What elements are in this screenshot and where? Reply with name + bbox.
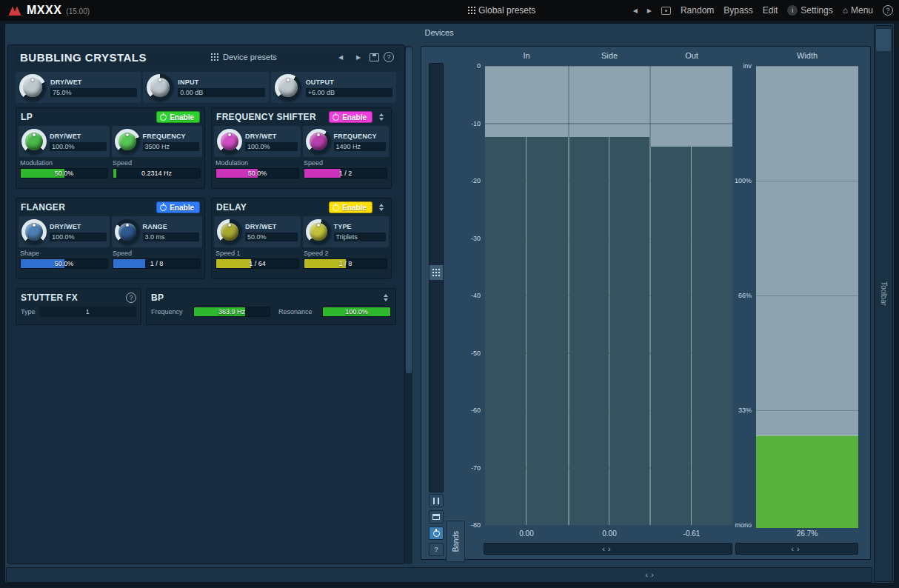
modulation-slider[interactable]: 50.0% <box>20 168 108 178</box>
module-help-button[interactable]: ? <box>126 293 136 303</box>
width-tick: inv <box>716 62 752 70</box>
dry-wet-knob[interactable] <box>217 219 242 244</box>
module-spinner[interactable] <box>376 201 387 213</box>
grid-icon <box>211 53 218 61</box>
meter-panel: In Side Out Width 0 -10 -20 -30 -40 -50 … <box>421 46 871 560</box>
random-button[interactable]: Random <box>681 5 714 16</box>
power-icon <box>433 530 440 537</box>
speed-slider[interactable]: 0.2314 Hz <box>113 168 201 178</box>
resonance-slider[interactable]: 100.0% <box>322 307 391 317</box>
knob-cell: FREQUENCY3500 Hz <box>112 126 203 157</box>
width-tick: mono <box>716 521 752 529</box>
level-meter-graph[interactable] <box>485 66 732 525</box>
width-tick: 33% <box>716 407 752 414</box>
width-tick: 66% <box>716 292 752 299</box>
modulation-slider[interactable]: 50.0% <box>215 168 299 178</box>
speed1-slider[interactable]: 1 / 64 <box>215 258 299 269</box>
knob-cell: RANGE3.0 ms <box>112 216 203 247</box>
module-title: FREQUENCY SHIFTER <box>216 112 325 122</box>
type-knob[interactable] <box>306 219 331 244</box>
db-tick: -40 <box>450 292 481 299</box>
toolbar-label: Toolbar <box>880 281 888 306</box>
meter-help-button[interactable]: ? <box>429 543 444 556</box>
device-panel-scrollbar[interactable] <box>405 46 412 564</box>
master-controls: DRY/WET 75.0% INPUT 0.00 dB OUTPUT +6.00… <box>16 72 396 103</box>
mxxx-window: MXXX (15.00) Global presets ◀ ▶ Random B… <box>0 0 899 588</box>
knob-cell: DRY/WET100.0% <box>19 126 110 157</box>
dry-wet-knob[interactable] <box>217 129 242 154</box>
global-presets-button[interactable]: Global presets <box>468 0 535 21</box>
speed-slider[interactable]: 1 / 2 <box>304 168 387 178</box>
speed-slider[interactable]: 1 / 8 <box>113 258 201 269</box>
toolbar-panel-collapsed[interactable]: Toolbar <box>874 25 893 582</box>
frequency-knob[interactable] <box>306 129 331 154</box>
prev-preset-button[interactable]: ◀ <box>633 7 638 14</box>
tab-bands[interactable]: Bands <box>446 521 465 562</box>
devices-tab[interactable]: Devices <box>424 28 453 37</box>
enable-button[interactable]: Enable <box>329 111 372 123</box>
toolbar-scrollbar-thumb[interactable] <box>876 29 891 51</box>
bypass-button[interactable]: Bypass <box>723 5 752 16</box>
module-spinner[interactable] <box>381 292 391 304</box>
next-device-preset-button[interactable]: ▶ <box>352 51 365 63</box>
dry-wet-knob[interactable] <box>21 129 47 154</box>
module-title: BP <box>151 293 377 303</box>
module-title: LP <box>21 112 153 122</box>
device-help-button[interactable]: ? <box>384 52 394 62</box>
randomize-seed-icon[interactable] <box>661 7 671 15</box>
module-spinner[interactable] <box>376 111 387 123</box>
collapsed-meter-button[interactable] <box>429 264 444 281</box>
db-tick: -10 <box>450 120 481 127</box>
module-delay: DELAY Enable DRY/WET50.0% TYPETriplets S… <box>211 198 392 279</box>
meter-scrollbar-right[interactable]: ‹› <box>735 543 858 555</box>
meter-bar-side-r <box>609 137 649 525</box>
scrollbar-arrows[interactable]: ‹› <box>638 570 664 579</box>
frequency-slider[interactable]: 363.9 Hz <box>193 307 270 317</box>
power-button[interactable] <box>429 527 444 540</box>
device-presets-button[interactable]: Device presets <box>223 53 277 61</box>
save-preset-icon[interactable] <box>370 53 379 61</box>
knob-cell: TYPETriplets <box>303 216 390 247</box>
next-preset-button[interactable]: ▶ <box>647 7 652 14</box>
meter-bar-out-l <box>651 147 691 525</box>
db-tick: -20 <box>450 177 481 184</box>
scrollbar-thumb[interactable] <box>406 47 412 373</box>
db-tick: -70 <box>450 464 481 472</box>
output-knob[interactable] <box>275 74 301 101</box>
type-value[interactable]: 1 <box>39 307 136 317</box>
input-knob[interactable] <box>147 74 173 101</box>
range-knob[interactable] <box>115 219 140 244</box>
dry-wet-knob[interactable] <box>21 219 47 244</box>
prev-device-preset-button[interactable]: ◀ <box>334 51 347 63</box>
meter-readout-in[interactable]: 0.00 <box>489 529 564 538</box>
meter-readout-width[interactable]: 26.7% <box>770 529 844 538</box>
menu-button[interactable]: ⌂ Menu <box>843 5 873 16</box>
enable-button[interactable]: Enable <box>156 201 200 213</box>
pause-button[interactable] <box>429 494 444 507</box>
settings-button[interactable]: i Settings <box>787 5 832 16</box>
edit-button[interactable]: Edit <box>763 5 778 16</box>
meter-column-label: Side <box>572 51 646 60</box>
speed2-slider[interactable]: 1 / 8 <box>304 258 387 269</box>
meter-readout-side[interactable]: 0.00 <box>572 529 646 538</box>
db-tick: 0 <box>450 62 481 70</box>
device-preset-name[interactable]: BUBBLING CRYSTALS <box>20 51 207 64</box>
db-tick: -30 <box>450 235 481 242</box>
shape-slider[interactable]: 50.0% <box>20 258 108 269</box>
enable-button[interactable]: Enable <box>329 201 372 213</box>
enable-button[interactable]: Enable <box>156 111 200 123</box>
frequency-knob[interactable] <box>115 129 140 154</box>
workspace-horizontal-scrollbar[interactable]: ‹› <box>6 567 872 583</box>
meter-readout-out[interactable]: -0.61 <box>655 529 729 538</box>
module-title: DELAY <box>216 202 325 213</box>
device-panel-header: BUBBLING CRYSTALS Device presets ◀ ▶ ? <box>14 48 400 66</box>
help-button[interactable]: ? <box>883 5 893 16</box>
dry-wet-knob[interactable] <box>19 74 46 101</box>
titlebar: MXXX (15.00) Global presets ◀ ▶ Random B… <box>0 0 899 21</box>
module-bp: BP Frequency 363.9 Hz Resonance 100.0% <box>146 288 396 325</box>
meter-scrollbar-left[interactable]: ‹› <box>484 543 732 555</box>
db-tick: -50 <box>450 350 481 357</box>
width-meter[interactable] <box>756 66 858 528</box>
power-icon <box>160 114 167 121</box>
popup-window-button[interactable] <box>429 510 444 524</box>
